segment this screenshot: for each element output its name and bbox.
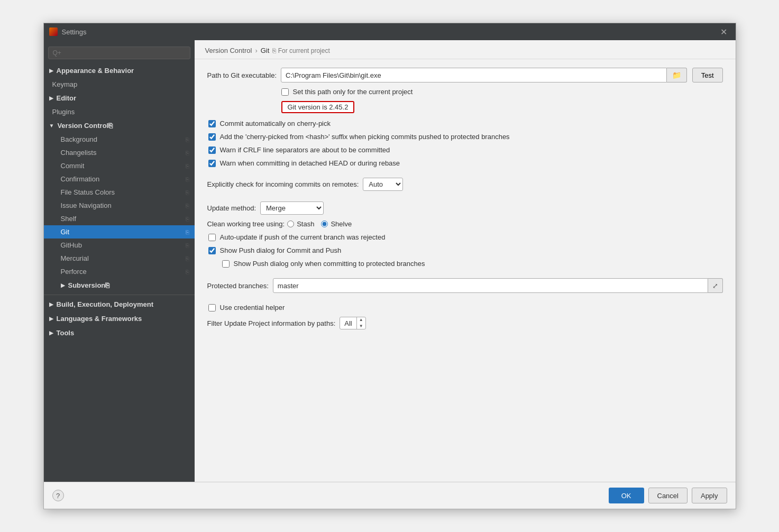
sidebar-item-languages[interactable]: ▶ Languages & Frameworks [44,311,195,326]
cb1-checkbox[interactable] [208,120,216,127]
shelve-option: Shelve [318,220,352,228]
copy-icon: ⎘ [186,150,189,156]
copy-icon: ⎘ [186,203,189,209]
incoming-commits-select[interactable]: Auto Always Never [363,178,403,191]
copy-icon: ⎘ [186,136,189,143]
content-area: ▶ Appearance & Behavior Keymap ▶ Editor … [44,40,736,482]
sidebar-item-mercurial[interactable]: Mercurial ⎘ [44,252,195,265]
incoming-commits-label: Explicitly check for incoming commits on… [207,180,359,188]
copy-icon: ⎘ [186,229,189,235]
sidebar-item-appearance[interactable]: ▶ Appearance & Behavior [44,63,195,78]
stash-option: Stash [285,220,314,228]
sidebar-item-perforce[interactable]: Perforce ⎘ [44,265,195,278]
sidebar-item-plugins[interactable]: Plugins [44,105,195,118]
shelve-label[interactable]: Shelve [331,220,352,228]
search-box[interactable] [48,47,190,59]
sidebar-item-label: Shelf [61,215,186,223]
spinner-down-button[interactable]: ▼ [357,323,365,329]
credential-helper-label[interactable]: Use credential helper [220,304,285,311]
version-badge: Git version is 2.45.2 [281,101,355,113]
sidebar-item-tools[interactable]: ▶ Tools [44,326,195,340]
update-method-select[interactable]: Merge Rebase Branch Default [260,201,324,215]
sidebar-item-commit[interactable]: Commit ⎘ [44,159,195,172]
sidebar-item-label: Languages & Frameworks [57,315,142,323]
arrow-icon: ▼ [49,123,54,129]
cb3-label[interactable]: Warn if CRLF line separators are about t… [220,146,390,154]
set-path-checkbox[interactable] [281,88,289,96]
sidebar-item-keymap[interactable]: Keymap [44,78,195,91]
auto-update-checkbox[interactable] [208,234,216,241]
sidebar-item-background[interactable]: Background ⎘ [44,133,195,146]
filter-row: Filter Update Project information by pat… [207,317,723,329]
clean-working-tree-row: Clean working tree using: Stash Shelve [207,220,723,228]
cb4-label[interactable]: Warn when committing in detached HEAD or… [220,159,400,167]
app-icon [49,27,58,36]
folder-button[interactable]: 📁 [667,68,687,82]
path-input[interactable] [281,68,667,82]
sidebar-item-label: Perforce [61,268,186,276]
filter-label: Filter Update Project information by pat… [207,319,336,327]
show-push-protected-row: Show Push dialog only when committing to… [207,260,723,268]
spinner-up-button[interactable]: ▲ [357,317,365,323]
stash-radio[interactable] [287,221,294,227]
sidebar-item-label: Background [61,135,186,143]
title-bar: Settings ✕ [44,23,736,40]
settings-window: Settings ✕ ▶ Appearance & Behavior Keyma… [43,23,736,509]
sidebar-item-editor[interactable]: ▶ Editor [44,91,195,105]
cb3-checkbox[interactable] [208,146,216,154]
test-button[interactable]: Test [692,68,723,82]
sidebar-item-git[interactable]: Git ⎘ [44,225,195,239]
show-push-checkbox[interactable] [208,247,216,254]
breadcrumb-git: Git [261,47,270,54]
arrow-icon: ▶ [49,301,53,307]
sidebar-item-shelf[interactable]: Shelf ⎘ [44,212,195,225]
set-path-label[interactable]: Set this path only for the current proje… [293,88,413,96]
sidebar-item-build[interactable]: ▶ Build, Execution, Deployment [44,297,195,311]
sidebar-item-file-status-colors[interactable]: File Status Colors ⎘ [44,186,195,199]
expand-button[interactable]: ⤢ [708,278,723,293]
copy-icon: ⎘ [186,216,189,222]
protected-branches-input[interactable] [273,278,708,293]
sidebar-item-label: Build, Execution, Deployment [57,300,153,308]
cb2-label[interactable]: Add the 'cherry-picked from <hash>' suff… [220,133,510,141]
cancel-button[interactable]: Cancel [648,488,688,503]
copy-icon: ⎘ [108,122,113,130]
spinner-arrows: ▲ ▼ [356,317,365,329]
footer-left: ? [52,490,64,501]
sidebar-item-label: Subversion [68,281,106,289]
shelve-radio[interactable] [321,221,328,227]
sidebar-item-label: File Status Colors [61,188,186,196]
arrow-icon: ▶ [49,68,53,74]
help-button[interactable]: ? [52,490,64,501]
cb1-label[interactable]: Commit automatically on cherry-pick [220,120,331,127]
credential-helper-checkbox[interactable] [208,304,216,311]
breadcrumb-project: ⎘ For current project [272,47,329,54]
show-push-label[interactable]: Show Push dialog for Commit and Push [220,246,342,254]
apply-button[interactable]: Apply [692,488,727,503]
stash-label[interactable]: Stash [297,220,314,228]
footer-right: OK Cancel Apply [609,488,727,503]
path-input-wrap: 📁 [281,68,687,82]
update-method-label: Update method: [207,204,256,212]
arrow-icon: ▶ [49,95,53,101]
sidebar-item-label: Appearance & Behavior [57,67,134,75]
show-push-protected-label[interactable]: Show Push dialog only when committing to… [234,260,425,268]
sidebar-item-label: Changelists [61,149,186,157]
set-path-row: Set this path only for the current proje… [207,88,723,96]
sidebar-item-issue-navigation[interactable]: Issue Navigation ⎘ [44,199,195,212]
update-method-row: Update method: Merge Rebase Branch Defau… [207,201,723,215]
ok-button[interactable]: OK [609,488,644,503]
show-push-protected-checkbox[interactable] [222,260,230,268]
close-button[interactable]: ✕ [717,26,730,38]
sidebar-item-subversion[interactable]: ▶ Subversion ⎘ [44,278,195,292]
sidebar-item-version-control[interactable]: ▼ Version Control ⎘ [44,118,195,133]
sidebar-item-changelists[interactable]: Changelists ⎘ [44,146,195,159]
sidebar-item-github[interactable]: GitHub ⎘ [44,239,195,252]
search-input[interactable] [48,47,190,59]
auto-update-label[interactable]: Auto-update if push of the current branc… [220,233,386,241]
cb3-row: Warn if CRLF line separators are about t… [207,146,723,154]
form-area: Path to Git executable: 📁 Test Set this … [195,59,736,482]
sidebar-item-confirmation[interactable]: Confirmation ⎘ [44,172,195,186]
cb4-checkbox[interactable] [208,160,216,167]
cb2-checkbox[interactable] [208,133,216,141]
